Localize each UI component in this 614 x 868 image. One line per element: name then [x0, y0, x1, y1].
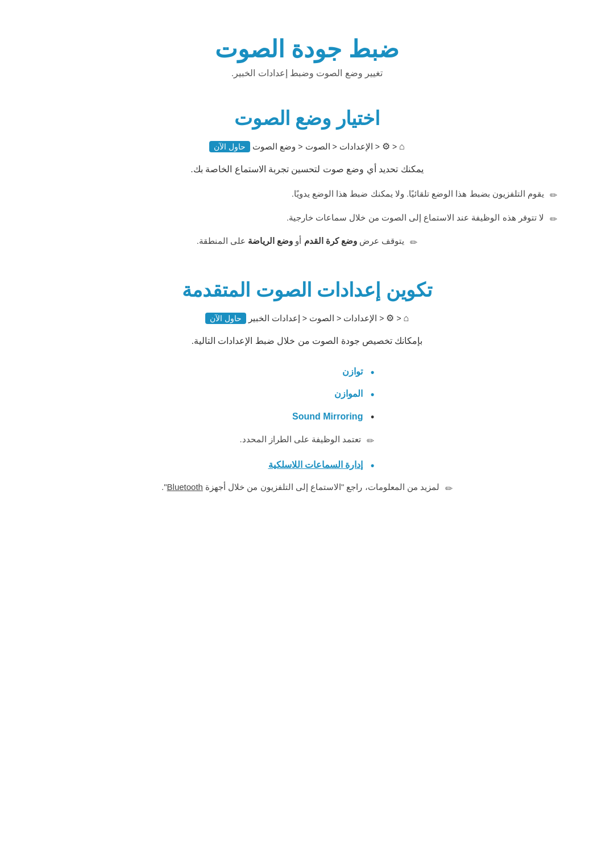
bullet-list-container: توازن الموازن Sound Mirroring ✏ تعتمد ال…	[45, 359, 569, 480]
section-sound-mode: اختيار وضع الصوت ⌂ < ⚙ < الإعدادات < الص…	[45, 107, 569, 250]
section2-description: بإمكانك تخصيص جودة الصوت من خلال ضبط الإ…	[45, 333, 569, 350]
nav-sound-2: الصوت	[309, 313, 334, 323]
nav-sound: الصوت	[305, 142, 330, 152]
wireless-note-part1: لمزيد من المعلومات، راجع "الاستماع إلى ا…	[203, 482, 439, 492]
nav-path-section2: ⌂ < ⚙ < الإعدادات < الصوت < إعدادات الخب…	[45, 313, 569, 324]
equalizer-text: الموازن	[334, 389, 363, 398]
page-title: ضبط جودة الصوت	[45, 34, 569, 65]
nav-expert-settings: إعدادات الخبير	[248, 313, 300, 323]
pencil-icon-2: ✏	[550, 211, 557, 227]
nav-path-section1: ⌂ < ⚙ < الإعدادات < الصوت < وضع الصوت حا…	[45, 141, 569, 152]
note1: ✏ يقوم التلفزيون بضبط هذا الوضع تلقائيًا…	[45, 186, 569, 203]
gear-icon-2: ⚙	[386, 313, 394, 323]
sound-mirroring-note: تعتمد الوظيفة على الطراز المحدد.	[240, 432, 362, 447]
wireless-note-part2: ".	[161, 482, 167, 492]
sep1: <	[396, 314, 401, 323]
bullet-wireless: إدارة السماعات اللاسلكية	[240, 458, 375, 472]
note3-text: يتوقف عرض وضع كرة القدم أو وضع الرياضة ع…	[197, 234, 405, 248]
note2: ✏ لا تتوفر هذه الوظيفة عند الاستماع إلى …	[45, 210, 569, 227]
sound-mirroring-label: Sound Mirroring	[292, 409, 363, 424]
pencil-icon-1: ✏	[550, 188, 557, 203]
sep2: <	[379, 314, 384, 323]
pencil-icon-sm: ✏	[367, 433, 374, 448]
nav-settings-2: الإعدادات	[343, 313, 377, 323]
sep3: <	[337, 314, 341, 323]
section2-title: تكوين إعدادات الصوت المتقدمة	[45, 279, 569, 301]
bluetooth-text: Bluetooth	[167, 482, 203, 492]
pencil-icon-3: ✏	[410, 235, 417, 250]
home-icon: ⌂	[399, 142, 405, 152]
bullet-list: توازن الموازن Sound Mirroring ✏ تعتمد ال…	[240, 364, 375, 472]
note1-text: يقوم التلفزيون بضبط هذا الوضع تلقائيًا. …	[292, 186, 544, 201]
note2-text: لا تتوفر هذه الوظيفة عند الاستماع إلى ال…	[287, 210, 544, 225]
sep4: <	[302, 314, 307, 323]
separator3: <	[333, 142, 337, 151]
separator2: <	[375, 142, 380, 151]
nav-try-now-2[interactable]: حاول الآن	[205, 313, 246, 324]
separator1: <	[392, 142, 397, 151]
note3: ✏ يتوقف عرض وضع كرة القدم أو وضع الرياضة…	[45, 234, 569, 250]
note3-bold1: وضع كرة القدم	[304, 236, 357, 246]
note3-part2: أو	[293, 236, 304, 246]
balance-text: توازن	[342, 367, 363, 376]
page-subtitle: تغيير وضع الصوت وضبط إعدادات الخبير.	[45, 68, 569, 78]
home-icon-2: ⌂	[404, 313, 409, 323]
sound-mirroring-note-container: ✏ تعتمد الوظيفة على الطراز المحدد.	[240, 432, 375, 448]
page-title-container: ضبط جودة الصوت	[45, 34, 569, 65]
bullet-equalizer: الموازن	[240, 387, 375, 401]
section1-description: يمكنك تحديد أي وضع صوت لتحسين تجربة الاس…	[45, 161, 569, 178]
bullet-sound-mirroring: Sound Mirroring	[240, 409, 375, 424]
gear-icon: ⚙	[382, 141, 390, 152]
wireless-note-container: ✏ لمزيد من المعلومات، راجع "الاستماع إلى…	[45, 480, 569, 496]
nav-sound-mode: وضع الصوت	[252, 142, 296, 152]
nav-settings: الإعدادات	[339, 142, 373, 152]
section-advanced-audio: تكوين إعدادات الصوت المتقدمة ⌂ < ⚙ < الإ…	[45, 279, 569, 497]
note3-part1: يتوقف عرض	[357, 236, 404, 246]
note3-part3: على المنطقة.	[197, 236, 248, 246]
wireless-note-text: لمزيد من المعلومات، راجع "الاستماع إلى ا…	[161, 480, 439, 495]
wireless-text: إدارة السماعات اللاسلكية	[268, 460, 363, 470]
note3-bold2: وضع الرياضة	[248, 236, 293, 246]
bullet-list-inner: توازن الموازن Sound Mirroring ✏ تعتمد ال…	[240, 359, 375, 480]
bullet-balance: توازن	[240, 364, 375, 379]
section1-title: اختيار وضع الصوت	[45, 107, 569, 130]
nav-try-now[interactable]: حاول الآن	[209, 141, 250, 152]
separator4: <	[298, 142, 302, 151]
pencil-icon-wireless: ✏	[445, 481, 453, 496]
